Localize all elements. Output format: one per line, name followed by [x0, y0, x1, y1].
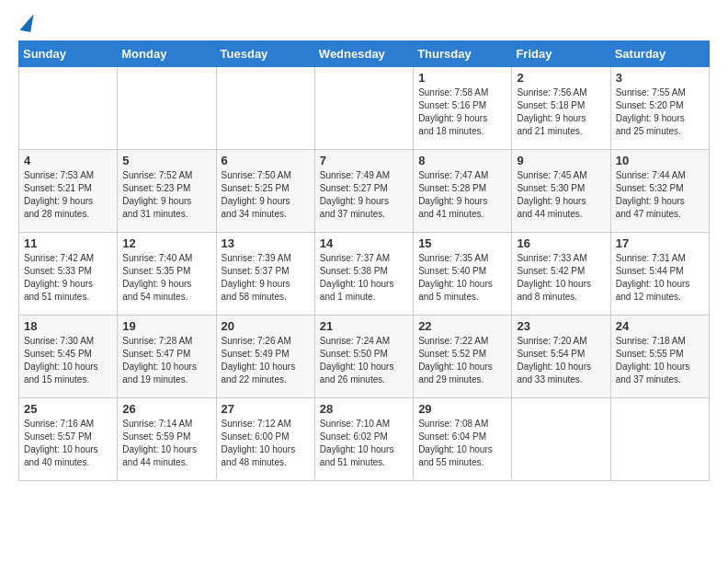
day-info: Sunrise: 7:49 AM Sunset: 5:27 PM Dayligh…	[320, 169, 408, 221]
calendar-cell: 28Sunrise: 7:10 AM Sunset: 6:02 PM Dayli…	[314, 398, 413, 481]
day-info: Sunrise: 7:53 AM Sunset: 5:21 PM Dayligh…	[24, 169, 112, 221]
day-number: 27	[222, 402, 310, 416]
calendar-cell: 15Sunrise: 7:35 AM Sunset: 5:40 PM Dayli…	[414, 233, 512, 316]
calendar-cell: 9Sunrise: 7:45 AM Sunset: 5:30 PM Daylig…	[512, 150, 610, 233]
calendar-cell	[19, 67, 118, 150]
calendar-cell: 12Sunrise: 7:40 AM Sunset: 5:35 PM Dayli…	[118, 233, 216, 316]
day-info: Sunrise: 7:50 AM Sunset: 5:25 PM Dayligh…	[222, 169, 310, 221]
day-info: Sunrise: 7:56 AM Sunset: 5:18 PM Dayligh…	[517, 86, 605, 138]
day-info: Sunrise: 7:08 AM Sunset: 6:04 PM Dayligh…	[418, 418, 506, 469]
header-row: SundayMondayTuesdayWednesdayThursdayFrid…	[19, 41, 710, 67]
day-info: Sunrise: 7:22 AM Sunset: 5:52 PM Dayligh…	[418, 335, 506, 386]
calendar-cell: 3Sunrise: 7:55 AM Sunset: 5:20 PM Daylig…	[610, 67, 709, 150]
day-number: 7	[320, 154, 408, 167]
calendar-cell: 18Sunrise: 7:30 AM Sunset: 5:45 PM Dayli…	[19, 316, 118, 398]
calendar-cell: 6Sunrise: 7:50 AM Sunset: 5:25 PM Daylig…	[216, 150, 314, 233]
day-info: Sunrise: 7:12 AM Sunset: 6:00 PM Dayligh…	[222, 418, 310, 469]
week-row-3: 11Sunrise: 7:42 AM Sunset: 5:33 PM Dayli…	[19, 233, 710, 316]
column-header-saturday: Saturday	[610, 41, 709, 67]
day-info: Sunrise: 7:45 AM Sunset: 5:30 PM Dayligh…	[517, 169, 605, 221]
calendar-cell: 4Sunrise: 7:53 AM Sunset: 5:21 PM Daylig…	[19, 150, 118, 233]
day-info: Sunrise: 7:55 AM Sunset: 5:20 PM Dayligh…	[616, 86, 704, 138]
day-info: Sunrise: 7:24 AM Sunset: 5:50 PM Dayligh…	[320, 335, 408, 386]
day-info: Sunrise: 7:16 AM Sunset: 5:57 PM Dayligh…	[24, 418, 112, 469]
calendar-cell: 8Sunrise: 7:47 AM Sunset: 5:28 PM Daylig…	[414, 150, 512, 233]
day-number: 1	[418, 71, 506, 85]
calendar-cell: 22Sunrise: 7:22 AM Sunset: 5:52 PM Dayli…	[414, 316, 512, 398]
logo	[18, 18, 32, 31]
day-number: 26	[122, 402, 210, 416]
column-header-monday: Monday	[118, 41, 216, 67]
day-info: Sunrise: 7:39 AM Sunset: 5:37 PM Dayligh…	[222, 252, 310, 304]
calendar-cell: 10Sunrise: 7:44 AM Sunset: 5:32 PM Dayli…	[610, 150, 709, 233]
calendar-cell: 13Sunrise: 7:39 AM Sunset: 5:37 PM Dayli…	[216, 233, 314, 316]
day-number: 29	[418, 402, 506, 416]
day-number: 18	[24, 319, 112, 333]
day-number: 10	[616, 154, 704, 167]
day-number: 3	[616, 71, 704, 85]
day-info: Sunrise: 7:30 AM Sunset: 5:45 PM Dayligh…	[24, 335, 112, 386]
column-header-thursday: Thursday	[414, 41, 512, 67]
calendar-cell: 7Sunrise: 7:49 AM Sunset: 5:27 PM Daylig…	[314, 150, 413, 233]
calendar-cell: 2Sunrise: 7:56 AM Sunset: 5:18 PM Daylig…	[512, 67, 610, 150]
day-number: 6	[222, 154, 310, 167]
day-number: 11	[24, 236, 112, 250]
week-row-4: 18Sunrise: 7:30 AM Sunset: 5:45 PM Dayli…	[19, 316, 710, 398]
calendar-cell: 29Sunrise: 7:08 AM Sunset: 6:04 PM Dayli…	[414, 398, 512, 481]
week-row-1: 1Sunrise: 7:58 AM Sunset: 5:16 PM Daylig…	[19, 67, 710, 150]
day-info: Sunrise: 7:40 AM Sunset: 5:35 PM Dayligh…	[122, 252, 210, 304]
day-info: Sunrise: 7:35 AM Sunset: 5:40 PM Dayligh…	[418, 252, 506, 304]
day-number: 19	[122, 319, 210, 333]
calendar-cell	[118, 67, 216, 150]
calendar-table: SundayMondayTuesdayWednesdayThursdayFrid…	[18, 40, 710, 481]
day-number: 24	[616, 319, 704, 333]
day-number: 4	[24, 154, 112, 167]
calendar-cell: 25Sunrise: 7:16 AM Sunset: 5:57 PM Dayli…	[19, 398, 118, 481]
day-number: 8	[418, 154, 506, 167]
day-number: 20	[222, 319, 310, 333]
day-number: 28	[320, 402, 408, 416]
week-row-2: 4Sunrise: 7:53 AM Sunset: 5:21 PM Daylig…	[19, 150, 710, 233]
day-info: Sunrise: 7:31 AM Sunset: 5:44 PM Dayligh…	[616, 252, 704, 304]
page-header	[18, 18, 710, 31]
calendar-cell: 16Sunrise: 7:33 AM Sunset: 5:42 PM Dayli…	[512, 233, 610, 316]
calendar-cell: 1Sunrise: 7:58 AM Sunset: 5:16 PM Daylig…	[414, 67, 512, 150]
day-info: Sunrise: 7:28 AM Sunset: 5:47 PM Dayligh…	[122, 335, 210, 386]
day-info: Sunrise: 7:47 AM Sunset: 5:28 PM Dayligh…	[418, 169, 506, 221]
calendar-cell: 20Sunrise: 7:26 AM Sunset: 5:49 PM Dayli…	[216, 316, 314, 398]
day-number: 16	[517, 236, 605, 250]
calendar-cell: 26Sunrise: 7:14 AM Sunset: 5:59 PM Dayli…	[118, 398, 216, 481]
day-number: 9	[517, 154, 605, 167]
calendar-cell: 24Sunrise: 7:18 AM Sunset: 5:55 PM Dayli…	[610, 316, 709, 398]
week-row-5: 25Sunrise: 7:16 AM Sunset: 5:57 PM Dayli…	[19, 398, 710, 481]
calendar-cell: 11Sunrise: 7:42 AM Sunset: 5:33 PM Dayli…	[19, 233, 118, 316]
day-info: Sunrise: 7:58 AM Sunset: 5:16 PM Dayligh…	[418, 86, 506, 138]
day-number: 15	[418, 236, 506, 250]
day-number: 13	[222, 236, 310, 250]
day-number: 2	[517, 71, 605, 85]
logo-text	[18, 18, 32, 31]
day-info: Sunrise: 7:42 AM Sunset: 5:33 PM Dayligh…	[24, 252, 112, 304]
day-info: Sunrise: 7:10 AM Sunset: 6:02 PM Dayligh…	[320, 418, 408, 469]
calendar-cell: 5Sunrise: 7:52 AM Sunset: 5:23 PM Daylig…	[118, 150, 216, 233]
column-header-sunday: Sunday	[19, 41, 118, 67]
day-info: Sunrise: 7:26 AM Sunset: 5:49 PM Dayligh…	[222, 335, 310, 386]
calendar-cell	[314, 67, 413, 150]
calendar-cell	[216, 67, 314, 150]
day-info: Sunrise: 7:52 AM Sunset: 5:23 PM Dayligh…	[122, 169, 210, 221]
calendar-cell	[610, 398, 709, 481]
calendar-cell: 19Sunrise: 7:28 AM Sunset: 5:47 PM Dayli…	[118, 316, 216, 398]
day-number: 21	[320, 319, 408, 333]
day-info: Sunrise: 7:44 AM Sunset: 5:32 PM Dayligh…	[616, 169, 704, 221]
day-number: 14	[320, 236, 408, 250]
day-number: 12	[122, 236, 210, 250]
day-info: Sunrise: 7:37 AM Sunset: 5:38 PM Dayligh…	[320, 252, 408, 304]
day-number: 22	[418, 319, 506, 333]
day-info: Sunrise: 7:33 AM Sunset: 5:42 PM Dayligh…	[517, 252, 605, 304]
day-info: Sunrise: 7:18 AM Sunset: 5:55 PM Dayligh…	[616, 335, 704, 386]
column-header-tuesday: Tuesday	[216, 41, 314, 67]
day-number: 5	[122, 154, 210, 167]
column-header-wednesday: Wednesday	[314, 41, 413, 67]
day-number: 17	[616, 236, 704, 250]
column-header-friday: Friday	[512, 41, 610, 67]
